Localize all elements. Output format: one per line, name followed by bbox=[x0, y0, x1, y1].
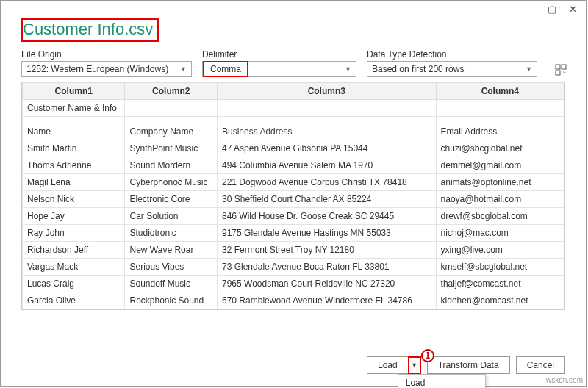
table-cell: 47 Aspen Avenue Gibsonia PA 15044 bbox=[218, 140, 437, 157]
table-cell: 494 Columbia Avenue Salem MA 1970 bbox=[218, 157, 437, 174]
chevron-down-icon: ▼ bbox=[345, 65, 351, 73]
schema-settings-icon[interactable] bbox=[553, 62, 568, 77]
table-cell: Garcia Olive bbox=[23, 292, 125, 309]
table-cell: Hope Jay bbox=[23, 208, 125, 225]
load-dropdown-caret[interactable]: ▼ bbox=[408, 356, 421, 374]
table-row[interactable]: Smith MartinSynthPoint Music47 Aspen Ave… bbox=[23, 140, 564, 157]
table-cell: Business Address bbox=[218, 123, 437, 140]
table-cell: animats@optonline.net bbox=[436, 174, 564, 191]
col-header[interactable]: Column2 bbox=[125, 83, 218, 100]
table-cell: nichoj@mac.com bbox=[436, 225, 564, 242]
delimiter-label: Delimiter bbox=[202, 49, 356, 60]
table-cell: 846 Wild House Dr. Goose Creak SC 29445 bbox=[218, 208, 437, 225]
callout-badge-1: 1 bbox=[421, 349, 434, 362]
table-cell: Sound Mordern bbox=[125, 157, 218, 174]
transform-data-button[interactable]: Transform Data bbox=[427, 356, 510, 374]
table-cell: Name bbox=[23, 123, 125, 140]
table-cell: Ray John bbox=[23, 225, 125, 242]
table-cell: chuzi@sbcglobal.net bbox=[436, 140, 564, 157]
table-cell: Soundoff Music bbox=[125, 276, 218, 292]
table-row[interactable]: Vargas MackSerious Vibes73 Glendale Aven… bbox=[23, 259, 564, 276]
table-row[interactable]: Hope JayCar Solution846 Wild House Dr. G… bbox=[23, 208, 564, 225]
detection-label: Data Type Detection bbox=[367, 49, 537, 60]
file-origin-label: File Origin bbox=[21, 49, 192, 60]
preview-table: Column1 Column2 Column3 Column4 Customer… bbox=[22, 82, 564, 309]
power-query-preview-window: ▢ ✕ Customer Info.csv File Origin 1252: … bbox=[0, 0, 587, 387]
table-row[interactable]: Customer Name & Info bbox=[23, 100, 564, 117]
file-origin-dropdown[interactable]: 1252: Western European (Windows) ▼ bbox=[21, 61, 192, 77]
chevron-down-icon: ▼ bbox=[180, 65, 187, 73]
delimiter-value: Comma bbox=[203, 61, 248, 77]
menu-item-load[interactable]: Load bbox=[398, 375, 485, 388]
load-split-button: Load ▼ bbox=[367, 356, 421, 374]
table-cell: Vargas Mack bbox=[23, 259, 125, 276]
table-row[interactable]: Garcia OliveRockphonic Sound670 Ramblewo… bbox=[23, 292, 564, 309]
table-cell: New Wave Roar bbox=[125, 242, 218, 259]
table-cell bbox=[218, 100, 437, 117]
table-cell: Rockphonic Sound bbox=[125, 292, 218, 309]
table-cell: 221 Dogwood Avenue Corpus Christi TX 784… bbox=[218, 174, 437, 191]
close-button[interactable]: ✕ bbox=[562, 2, 583, 15]
load-button[interactable]: Load bbox=[367, 356, 408, 374]
svg-rect-1 bbox=[562, 65, 566, 69]
titlebar: ▢ ✕ bbox=[1, 1, 586, 17]
import-options-row: File Origin 1252: Western European (Wind… bbox=[21, 49, 568, 77]
table-cell: Magil Lena bbox=[23, 174, 125, 191]
table-row[interactable]: Nelson NickElectronic Core30 Sheffield C… bbox=[23, 191, 564, 208]
table-cell: naoya@hotmail.com bbox=[436, 191, 564, 208]
table-cell: kidehen@comcast.net bbox=[436, 292, 564, 309]
table-cell bbox=[23, 117, 125, 123]
table-cell: demmel@gmail.com bbox=[436, 157, 564, 174]
chevron-down-icon: ▼ bbox=[526, 65, 532, 73]
table-row[interactable]: Ray JohnStudiotronic9175 Glendale Avenue… bbox=[23, 225, 564, 242]
table-cell: Richardson Jeff bbox=[23, 242, 125, 259]
table-cell: yxing@live.com bbox=[436, 242, 564, 259]
table-row[interactable]: Magil LenaCyberphonoc Music221 Dogwood A… bbox=[23, 174, 564, 191]
file-origin-value: 1252: Western European (Windows) bbox=[26, 64, 168, 74]
table-cell: 30 Sheffield Court Chandler AX 85224 bbox=[218, 191, 437, 208]
watermark: wsxdn.com bbox=[546, 376, 583, 384]
table-cell: 670 Ramblewood Avenue Windermere FL 3478… bbox=[218, 292, 437, 309]
table-cell: Serious Vibes bbox=[125, 259, 218, 276]
table-cell: Email Address bbox=[436, 123, 564, 140]
col-header[interactable]: Column3 bbox=[218, 83, 437, 100]
table-cell: Studiotronic bbox=[125, 225, 218, 242]
table-cell: 73 Glendale Avenue Boca Raton FL 33801 bbox=[218, 259, 437, 276]
table-row[interactable]: Lucas CraigSoundoff Music7965 Woodsman C… bbox=[23, 276, 564, 292]
table-cell: Customer Name & Info bbox=[23, 100, 125, 117]
table-row[interactable]: NameCompany NameBusiness AddressEmail Ad… bbox=[23, 123, 564, 140]
detection-value: Based on first 200 rows bbox=[372, 64, 464, 74]
svg-rect-0 bbox=[556, 65, 560, 69]
cancel-button[interactable]: Cancel bbox=[516, 356, 565, 374]
detection-dropdown[interactable]: Based on first 200 rows ▼ bbox=[367, 61, 537, 77]
table-cell: thaljef@comcast.net bbox=[436, 276, 564, 292]
delimiter-dropdown[interactable]: Comma ▼ bbox=[202, 61, 356, 77]
preview-table-container: Column1 Column2 Column3 Column4 Customer… bbox=[21, 82, 565, 310]
table-row[interactable]: Richardson JeffNew Wave Roar32 Fermont S… bbox=[23, 242, 564, 259]
table-cell: Nelson Nick bbox=[23, 191, 125, 208]
table-cell: drewf@sbcglobal.com bbox=[436, 208, 564, 225]
col-header[interactable]: Column4 bbox=[436, 83, 564, 100]
table-cell: 7965 Woodsman Court Reidsville NC 27320 bbox=[218, 276, 437, 292]
table-cell: Lucas Craig bbox=[23, 276, 125, 292]
table-row[interactable] bbox=[23, 117, 564, 123]
footer-buttons: Load ▼ 1 Load Load To... 2 Transform Dat… bbox=[367, 356, 565, 374]
maximize-button[interactable]: ▢ bbox=[542, 2, 562, 15]
table-cell: 9175 Glendale Avenue Hastings MN 55033 bbox=[218, 225, 437, 242]
file-title: Customer Info.csv bbox=[21, 18, 159, 42]
table-cell bbox=[125, 117, 218, 123]
table-cell: Company Name bbox=[125, 123, 218, 140]
table-cell bbox=[218, 117, 437, 123]
table-row[interactable]: Thoms AdrienneSound Mordern494 Columbia … bbox=[23, 157, 564, 174]
table-cell: Smith Martin bbox=[23, 140, 125, 157]
svg-rect-2 bbox=[556, 71, 560, 75]
table-cell bbox=[436, 117, 564, 123]
table-cell: Car Solution bbox=[125, 208, 218, 225]
table-cell: 32 Fermont Street Troy NY 12180 bbox=[218, 242, 437, 259]
col-header[interactable]: Column1 bbox=[23, 83, 125, 100]
table-header-row: Column1 Column2 Column3 Column4 bbox=[23, 83, 564, 100]
table-cell: SynthPoint Music bbox=[125, 140, 218, 157]
table-cell bbox=[125, 100, 218, 117]
table-cell bbox=[436, 100, 564, 117]
table-cell: Cyberphonoc Music bbox=[125, 174, 218, 191]
